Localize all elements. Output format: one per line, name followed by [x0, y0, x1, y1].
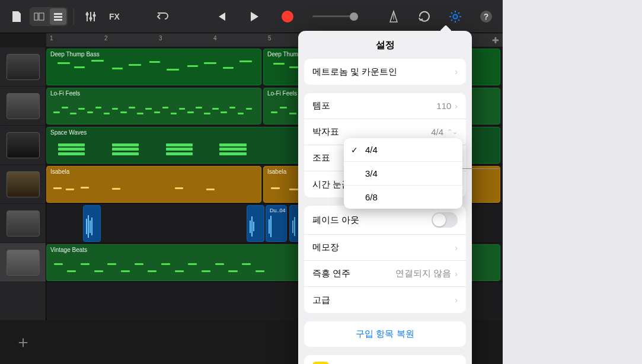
svg-rect-0 [34, 13, 38, 20]
track-header[interactable] [0, 204, 46, 243]
ruler-mark: 1 [50, 35, 53, 41]
dropdown-option[interactable]: ✓ 4/4 [344, 138, 462, 162]
help-button[interactable]: ? [475, 6, 497, 27]
time-sig-value: 4/4 [431, 127, 443, 137]
fadeout-toggle[interactable] [432, 212, 458, 228]
region-label: Isabela [47, 167, 261, 177]
track-header[interactable] [0, 243, 46, 282]
chevron-right-icon: › [455, 295, 458, 305]
ruler-mark: 3 [159, 35, 162, 41]
add-section-button[interactable]: ✚ [491, 36, 500, 45]
rewind-button[interactable] [210, 6, 232, 27]
row-label: 메트로놈 및 카운트인 [312, 66, 397, 78]
view-toggle[interactable] [30, 7, 68, 26]
midi-region[interactable]: Isabela [46, 166, 261, 203]
track-header[interactable] [0, 87, 46, 126]
svg-point-7 [93, 14, 96, 17]
row-label: 메모장 [312, 242, 339, 253]
audio-region[interactable] [83, 205, 101, 242]
my-songs-button[interactable] [6, 6, 27, 27]
updown-icon: ⌃⌄ [447, 128, 458, 136]
row-label: 고급 [312, 295, 330, 306]
add-track-button[interactable]: ＋ [14, 333, 33, 352]
record-button[interactable] [277, 6, 298, 27]
option-label: 4/4 [365, 145, 378, 155]
metronome-icon[interactable] [383, 6, 404, 27]
metronome-row[interactable]: 메트로놈 및 카운트인 › [304, 59, 466, 85]
svg-rect-2 [54, 13, 62, 15]
chevron-right-icon: › [455, 269, 458, 279]
tempo-row[interactable]: 템포 110 › [304, 93, 466, 119]
track-header[interactable] [0, 47, 46, 87]
book-icon [312, 362, 329, 364]
region-label: Du..04 [266, 206, 286, 215]
track-headers [0, 47, 46, 320]
callout-line [462, 168, 499, 169]
toolbar: FX ? [0, 0, 503, 33]
ruler-mark: 5 [268, 35, 272, 41]
ruler-mark: 4 [213, 35, 217, 41]
svg-rect-1 [39, 13, 44, 20]
chevron-right-icon: › [455, 243, 458, 253]
help-row[interactable]: 도움말 [304, 355, 466, 364]
region-label: Lo-Fi Feels [47, 88, 261, 98]
region-label: Deep Thump Bass [47, 49, 261, 59]
track-header[interactable] [0, 165, 46, 204]
time-signature-dropdown: ✓ 4/4 3/4 6/8 [344, 138, 462, 209]
restore-purchases-button[interactable]: 구입 항목 복원 [304, 321, 466, 347]
svg-rect-3 [54, 16, 62, 18]
midi-region[interactable]: Deep Thump Bass [46, 49, 261, 85]
fadeout-row: 페이드 아웃 [304, 206, 466, 235]
chevron-right-icon: › [455, 67, 458, 76]
row-label: 박자표 [312, 126, 339, 138]
dropdown-option[interactable]: 3/4 [344, 162, 462, 186]
dropdown-option[interactable]: 6/8 [344, 186, 462, 209]
ruler-mark: 2 [104, 35, 108, 41]
jam-session-row[interactable]: 즉흥 연주 연결되지 않음 › [304, 261, 466, 287]
svg-point-8 [453, 14, 458, 18]
chevron-right-icon: › [455, 101, 458, 111]
option-label: 6/8 [365, 192, 378, 202]
loop-browser-button[interactable] [414, 6, 435, 27]
midi-region[interactable]: Lo-Fi Feels [46, 88, 261, 124]
master-volume-slider[interactable] [312, 15, 354, 17]
audio-region[interactable] [247, 205, 264, 242]
row-label: 즉흥 연주 [312, 268, 350, 279]
settings-button[interactable] [445, 6, 466, 27]
svg-text:?: ? [484, 12, 489, 21]
audio-region[interactable]: Du..04 [266, 205, 287, 242]
play-button[interactable] [244, 6, 265, 27]
notepad-row[interactable]: 메모장 › [304, 235, 466, 261]
fx-button[interactable]: FX [104, 6, 125, 27]
check-icon: ✓ [351, 145, 358, 155]
option-label: 3/4 [365, 168, 378, 178]
jam-value: 연결되지 않음 [395, 268, 451, 279]
tempo-value: 110 [436, 101, 451, 111]
row-label: 조표 [312, 152, 330, 164]
svg-point-6 [90, 17, 92, 20]
row-label: 템포 [312, 100, 330, 111]
advanced-row[interactable]: 고급 › [304, 287, 466, 313]
row-label: 페이드 아웃 [312, 215, 359, 226]
svg-point-5 [86, 12, 89, 15]
undo-button[interactable] [151, 6, 173, 27]
svg-rect-4 [54, 19, 62, 21]
mixer-button[interactable] [80, 6, 101, 27]
track-header[interactable] [0, 126, 46, 165]
